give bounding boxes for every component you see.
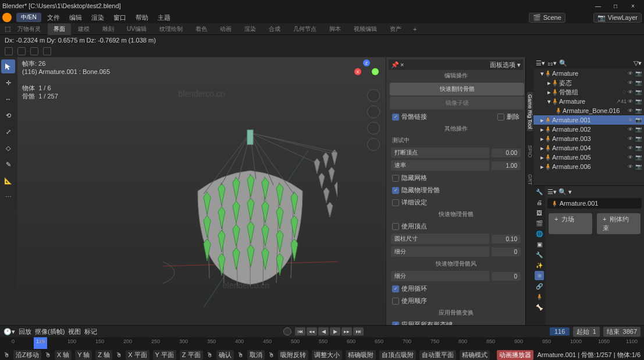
nav-gizmo[interactable]: Z X Y <box>354 59 379 84</box>
timeline-editor-icon[interactable]: 🕐▾ <box>3 328 15 336</box>
outliner-row-4[interactable]: 🧍 Armature_Bone.016👁📷 <box>533 106 644 115</box>
tab-5[interactable]: 纹理绘制 <box>154 23 188 35</box>
tl-menu-marker[interactable]: 标记 <box>84 327 97 336</box>
jump-end-button[interactable]: ⏭ <box>353 327 364 336</box>
tab-8[interactable]: 渲染 <box>239 23 262 35</box>
tool-cursor[interactable]: ✛ <box>1 76 15 90</box>
tab-11[interactable]: 脚本 <box>323 23 347 35</box>
ptab-data[interactable]: 🧍 <box>535 292 544 301</box>
ptab-object[interactable]: ▣ <box>535 239 544 249</box>
outliner-row-6[interactable]: ▸ 🧍 Armature.002👁📷 <box>533 125 644 134</box>
ptab-view[interactable]: 🖼 <box>535 208 544 217</box>
tab-10[interactable]: 几何节点 <box>287 23 322 35</box>
input-cyl[interactable]: 0.10 <box>492 235 521 243</box>
outliner-mode-icon[interactable]: ☰▾ <box>536 59 545 67</box>
btn-mirror-child[interactable]: 镜像子级 <box>390 97 524 110</box>
viewport-3d[interactable]: 帧率: 26 (116) Armature.001 : Bone.065 物体 … <box>17 57 386 325</box>
play-rev-button[interactable]: ◀ <box>318 327 329 336</box>
outliner-row-5[interactable]: ▸ 🧍 Armature.001👁📷 <box>533 115 644 125</box>
props-options-icon[interactable]: ▾ <box>568 188 572 195</box>
tl-menu-view[interactable]: 视图 <box>68 327 81 336</box>
chk-use-loop[interactable]: ✓ <box>392 285 399 292</box>
vtab-1[interactable]: SPIO <box>527 143 533 160</box>
menu-window[interactable]: 窗口 <box>110 12 130 23</box>
tab-1[interactable]: 界面 <box>48 23 71 35</box>
scene-selector[interactable]: 🎬 Scene <box>529 13 565 23</box>
menu-file[interactable]: 文件 <box>44 12 63 23</box>
menu-edit[interactable]: 编辑 <box>66 12 86 23</box>
anim-player-button[interactable]: 动画播放器 <box>497 350 533 360</box>
tl-menu-play[interactable]: 回放 <box>19 327 31 336</box>
btn-quick-flip[interactable]: 快速翻转骨骼 <box>390 83 524 96</box>
tab-3[interactable]: 雕刻 <box>97 23 120 35</box>
outliner-row-9[interactable]: ▸ 🧍 Armature.005👁📷 <box>533 153 644 162</box>
chk-detail[interactable] <box>392 199 399 206</box>
outliner-row-8[interactable]: ▸ 🧍 Armature.004👁📷 <box>533 143 644 153</box>
active-object-name[interactable]: 🧍 Armature.001 <box>547 198 642 209</box>
tool-measure[interactable]: 📐 <box>1 174 15 188</box>
zoom-icon[interactable] <box>367 89 380 102</box>
outliner-row-7[interactable]: ▸ 🧍 Armature.003👁📷 <box>533 134 644 143</box>
ptab-render[interactable]: 🔧 <box>535 187 544 196</box>
chk-apply-all[interactable]: ✓ <box>392 322 399 326</box>
props-search-icon[interactable]: 🔍 <box>558 188 567 195</box>
vtab-0[interactable]: Game Rig Tool <box>527 92 533 131</box>
btn-forcefield[interactable]: + 力场 <box>549 213 592 234</box>
ptab-particle[interactable]: ✨ <box>535 260 544 270</box>
outliner-row-0[interactable]: ▾ 🧍 Armature👁📷 <box>533 69 644 78</box>
timeline-ruler[interactable]: 116 050100150200250300350400450500550600… <box>0 337 644 349</box>
tool-scale[interactable]: ⤢ <box>1 125 15 139</box>
shading-icon[interactable] <box>5 47 13 55</box>
tl-menu-key[interactable]: 抠像(插帧) <box>35 327 65 336</box>
ptab-world[interactable]: 🌐 <box>535 229 544 238</box>
menu-render[interactable]: 渲染 <box>88 12 108 23</box>
pivot-icon[interactable] <box>43 47 51 55</box>
ptab-bone[interactable]: 🦴 <box>535 302 544 312</box>
tab-6[interactable]: 着色 <box>190 23 213 35</box>
outliner-row-3[interactable]: ▾ 🧍 Armature↗41👁📷 <box>533 97 644 106</box>
menu-help[interactable]: 帮助 <box>132 12 152 23</box>
tool-transform[interactable]: ◇ <box>1 141 15 155</box>
search-icon[interactable]: 🔍 <box>559 59 567 67</box>
chk-delete[interactable] <box>497 114 504 121</box>
outliner-row-1[interactable]: ▸ 🧍 姿态👁📷 <box>533 78 644 87</box>
overlay-icon[interactable] <box>17 47 26 55</box>
minimize-button[interactable]: — <box>589 1 607 11</box>
language-toggle[interactable]: 中/EN <box>16 13 41 22</box>
tab-2[interactable]: 建模 <box>72 23 95 35</box>
add-workspace-button[interactable]: + <box>408 24 421 34</box>
filter-icon[interactable]: ▽▾ <box>634 59 642 67</box>
current-frame[interactable]: 116 <box>550 327 570 336</box>
tab-12[interactable]: 视频编辑 <box>348 23 383 35</box>
input-subdiv1[interactable]: 0 <box>492 248 521 256</box>
close-button[interactable]: × <box>624 1 642 11</box>
panel-pin-icon[interactable]: 📌 <box>391 61 399 69</box>
tab-4[interactable]: UV编辑 <box>121 23 152 35</box>
camera-icon[interactable] <box>367 122 380 135</box>
prev-key-button[interactable]: ◂◂ <box>307 327 317 336</box>
ptab-physics[interactable]: ⚛ <box>535 271 544 280</box>
persp-icon[interactable] <box>367 138 380 151</box>
ptab-constraint[interactable]: 🔗 <box>535 281 544 291</box>
chk-use-vert[interactable] <box>392 223 399 230</box>
snap-icon[interactable] <box>30 47 38 55</box>
input-snap[interactable]: 0.00 <box>492 149 521 157</box>
ptab-scene[interactable]: 🎬 <box>535 218 544 228</box>
tool-move[interactable]: ↔ <box>1 92 15 106</box>
panel-options-dropdown[interactable]: 面板选项 ▾ <box>490 61 521 69</box>
ptab-modifier[interactable]: 🔧 <box>535 250 544 259</box>
outliner-row-10[interactable]: ▸ 🧍 Armature.006👁📷 <box>533 162 644 171</box>
axis-x-icon[interactable]: X <box>354 68 361 75</box>
maximize-button[interactable]: □ <box>607 1 624 11</box>
tool-select[interactable] <box>1 59 15 73</box>
props-dropdown-icon[interactable]: ☰▾ <box>547 188 557 195</box>
tool-annotate[interactable]: ✎ <box>1 157 15 171</box>
play-button[interactable]: ▶ <box>330 327 340 336</box>
chk-bone-chain[interactable]: ✓ <box>392 114 399 121</box>
vtab-2[interactable]: GRT <box>527 172 533 188</box>
editor-type-icon[interactable]: ⬚ <box>5 25 10 33</box>
viewlayer-selector[interactable]: 📷 ViewLayer <box>593 13 642 23</box>
axis-y-icon[interactable]: Y <box>372 68 379 75</box>
axis-z-icon[interactable]: Z <box>363 59 370 66</box>
tab-0[interactable]: 万物有灵 <box>12 23 47 35</box>
